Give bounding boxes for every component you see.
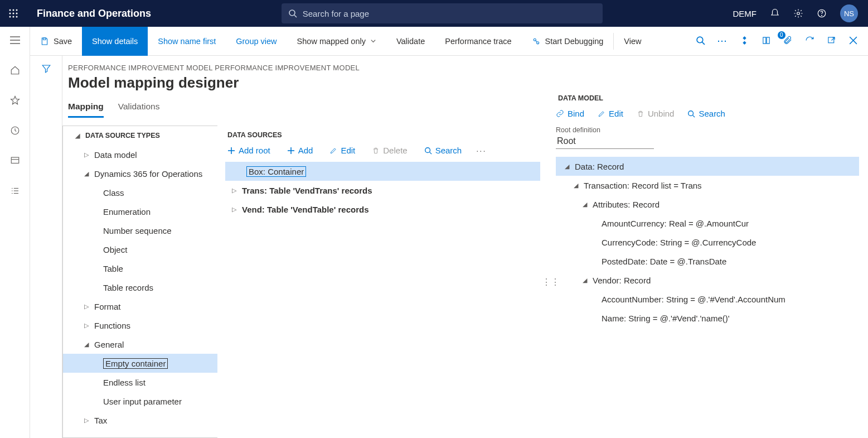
more-icon[interactable]: ··· — [476, 146, 487, 155]
svg-rect-31 — [828, 37, 834, 42]
splitter-icon[interactable]: ⋮⋮ — [546, 126, 556, 438]
svg-point-3 — [9, 13, 11, 15]
dst-d365[interactable]: ◢Dynamics 365 for Operations — [63, 164, 217, 183]
save-button[interactable]: Save — [30, 27, 82, 56]
add-button[interactable]: Add — [285, 146, 316, 155]
svg-rect-26 — [43, 38, 46, 40]
attach-icon[interactable]: 0 — [783, 36, 793, 47]
dst-enum[interactable]: Enumeration — [63, 202, 217, 221]
svg-point-4 — [13, 13, 14, 15]
user-avatar[interactable]: NS — [840, 4, 858, 22]
dst-table-records[interactable]: Table records — [63, 278, 217, 297]
diamond-icon[interactable] — [740, 36, 749, 47]
home-icon[interactable] — [4, 61, 26, 79]
dm-currency[interactable]: CurrencyCode: String = @.CurrencyCode — [556, 233, 859, 252]
debug-icon — [532, 37, 541, 46]
svg-point-29 — [697, 37, 703, 43]
bind-button[interactable]: Bind — [556, 109, 584, 118]
svg-point-38 — [425, 147, 430, 152]
root-definition-value[interactable]: Root — [556, 135, 654, 149]
svg-point-11 — [797, 12, 800, 15]
gear-icon[interactable] — [793, 8, 803, 18]
filter-strip — [30, 56, 62, 438]
more-icon[interactable]: ··· — [717, 37, 728, 46]
dst-data-model[interactable]: ▷Data model — [63, 145, 217, 164]
data-model-panel: DATA MODEL Bind Edit Unbind Search Root … — [556, 126, 868, 438]
svg-point-1 — [13, 9, 14, 11]
refresh-icon[interactable] — [805, 36, 814, 47]
dst-object[interactable]: Object — [63, 240, 217, 259]
dst-table[interactable]: Table — [63, 259, 217, 278]
svg-point-9 — [289, 10, 295, 16]
filter-icon[interactable] — [41, 64, 51, 74]
global-header: Finance and Operations Search for a page… — [0, 0, 868, 27]
edit-button[interactable]: Edit — [327, 146, 357, 155]
svg-line-39 — [429, 152, 431, 154]
dst-user-input[interactable]: User input parameter — [63, 392, 217, 411]
dst-general[interactable]: ◢General — [63, 335, 217, 354]
edit-button[interactable]: Edit — [598, 109, 623, 118]
ds-row-box[interactable]: Box: Container — [225, 162, 540, 181]
dst-empty-container[interactable]: Empty container — [63, 354, 217, 373]
ds-row-trans[interactable]: ▷Trans: Table 'VendTrans' records — [225, 181, 540, 200]
ds-header: DATA SOURCES — [227, 131, 540, 139]
dm-amount[interactable]: AmountCurrency: Real = @.AmountCur — [556, 214, 859, 233]
help-icon[interactable] — [817, 8, 827, 18]
dst-tax[interactable]: ▷Tax — [63, 411, 217, 430]
dm-name[interactable]: Name: String = @.'#Vend'.'name()' — [556, 309, 859, 328]
unbind-button[interactable]: Unbind — [637, 109, 675, 118]
group-view-button[interactable]: Group view — [226, 27, 287, 56]
search-icon[interactable] — [696, 36, 705, 47]
dm-vendor[interactable]: ◢Vendor: Record — [556, 271, 859, 290]
collapse-icon[interactable]: ◢ — [74, 132, 81, 139]
hamburger-icon[interactable] — [4, 31, 26, 49]
book-icon[interactable] — [762, 36, 771, 47]
ds-row-vend[interactable]: ▷Vend: Table 'VendTable' records — [225, 200, 540, 219]
dm-attributes[interactable]: ◢Attributes: Record — [556, 195, 859, 214]
svg-point-40 — [688, 110, 694, 115]
svg-point-6 — [9, 16, 11, 18]
svg-point-8 — [16, 16, 18, 18]
clock-icon[interactable] — [4, 122, 26, 139]
product-name: Finance and Operations — [37, 8, 151, 20]
waffle-icon[interactable] — [0, 0, 27, 27]
delete-button[interactable]: Delete — [370, 146, 409, 155]
dst-format[interactable]: ▷Format — [63, 297, 217, 316]
add-root-button[interactable]: Add root — [225, 146, 273, 155]
view-button[interactable]: View — [614, 27, 651, 56]
performance-trace-button[interactable]: Performance trace — [435, 27, 521, 56]
show-mapped-only-dropdown[interactable]: Show mapped only — [287, 27, 386, 56]
search-button[interactable]: Search — [422, 146, 464, 155]
global-search[interactable]: Search for a page — [282, 3, 603, 23]
close-icon[interactable] — [848, 36, 858, 47]
action-bar: Save Show details Show name first Group … — [30, 27, 868, 56]
dm-transaction[interactable]: ◢Transaction: Record list = Trans — [556, 176, 859, 195]
dst-numseq[interactable]: Number sequence — [63, 221, 217, 240]
entity-label[interactable]: DEMF — [733, 9, 757, 18]
modules-icon[interactable] — [4, 182, 26, 200]
search-button[interactable]: Search — [687, 109, 725, 118]
dst-endless-list[interactable]: Endless list — [63, 373, 217, 392]
root-definition-label: Root definition — [556, 126, 859, 134]
show-name-first-button[interactable]: Show name first — [148, 27, 226, 56]
dm-posted[interactable]: PostedDate: Date = @.TransDate — [556, 252, 859, 271]
page-title: Model mapping designer — [68, 74, 862, 92]
star-icon[interactable] — [4, 92, 26, 109]
svg-point-13 — [822, 15, 822, 16]
tab-mapping[interactable]: Mapping — [68, 102, 104, 118]
popout-icon[interactable] — [827, 36, 836, 47]
dst-functions[interactable]: ▷Functions — [63, 316, 217, 335]
start-debugging-button[interactable]: Start Debugging — [522, 27, 614, 56]
save-icon — [40, 37, 49, 46]
dm-data[interactable]: ◢Data: Record — [556, 157, 859, 176]
dm-acct[interactable]: AccountNumber: String = @.'#Vend'.Accoun… — [556, 290, 859, 309]
workspace-icon[interactable] — [4, 152, 26, 170]
validate-button[interactable]: Validate — [386, 27, 435, 56]
bell-icon[interactable] — [770, 8, 780, 18]
data-source-types-panel: ◢DATA SOURCE TYPES ▷Data model ◢Dynamics… — [62, 126, 217, 438]
svg-line-10 — [294, 15, 297, 17]
show-details-button[interactable]: Show details — [82, 27, 148, 56]
tab-validations[interactable]: Validations — [118, 102, 160, 118]
dst-class[interactable]: Class — [63, 183, 217, 202]
svg-point-0 — [9, 9, 11, 11]
